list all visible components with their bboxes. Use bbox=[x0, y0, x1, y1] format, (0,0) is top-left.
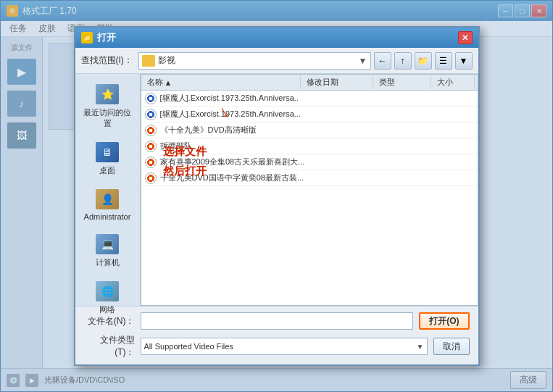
dialog-title-text: 打开 bbox=[97, 31, 458, 44]
filetype-value: All Supported Video Files bbox=[144, 342, 417, 351]
filetype-arrow-icon: ▼ bbox=[417, 343, 424, 351]
file-type-icon bbox=[144, 140, 157, 153]
list-item[interactable]: [驱魔人].Exorcist.1973.25th.Anniversa... bbox=[141, 107, 478, 122]
nav-computer-label: 计算机 bbox=[96, 257, 120, 268]
filetype-label: 文件类型(T)： bbox=[84, 334, 135, 359]
col-name-header[interactable]: 名称 ▲ bbox=[141, 75, 301, 89]
filename-input[interactable] bbox=[141, 312, 414, 330]
file-type-icon bbox=[144, 156, 157, 169]
folder-icon bbox=[142, 55, 155, 67]
app-window: ⚙ 格式工厂 1.70 ─ □ ✕ 任务 皮肤 语言 帮助 源文件 ▶ ♪ 🖼 bbox=[0, 0, 553, 392]
nav-recent-label: 最近访问的位置 bbox=[81, 107, 134, 129]
nav-back-button[interactable]: ← bbox=[374, 52, 391, 70]
list-item[interactable]: 家有喜事2009全集08古天乐最新喜剧大... bbox=[141, 154, 478, 170]
file-type-icon bbox=[144, 172, 157, 185]
dropdown-arrow-icon: ▼ bbox=[359, 56, 367, 66]
network-icon: 🌐 bbox=[93, 280, 122, 303]
filetype-row: 文件类型(T)： All Supported Video Files ▼ 取消 bbox=[84, 334, 470, 359]
col-type-header[interactable]: 类型 bbox=[373, 75, 431, 89]
open-file-dialog: 📁 打开 ✕ 查找范围(I)： 影视 ▼ ← ↑ 📁 ☰ ▼ bbox=[74, 26, 480, 366]
cancel-button[interactable]: 取消 bbox=[433, 338, 470, 355]
file-name: [驱魔人].Exorcist.1973.25th.Anniversa.. bbox=[160, 93, 312, 104]
desktop-icon: 🖥 bbox=[93, 141, 122, 164]
nav-up-button[interactable]: ↑ bbox=[394, 52, 412, 70]
nav-panel: ⭐ 最近访问的位置 🖥 桌面 bbox=[75, 74, 141, 306]
nav-view-button[interactable]: ☰ bbox=[435, 52, 452, 70]
nav-recent[interactable]: ⭐ 最近访问的位置 bbox=[78, 80, 137, 132]
col-size-header[interactable]: 大小 bbox=[431, 75, 475, 89]
nav-user-label: Administrator bbox=[84, 212, 131, 221]
file-list-area: 名称 ▲ 修改日期 类型 大小 bbox=[141, 74, 478, 306]
computer-icon: 💻 bbox=[93, 233, 122, 256]
recent-icon: ⭐ bbox=[93, 83, 122, 106]
col-date-header[interactable]: 修改日期 bbox=[301, 75, 373, 89]
file-name: [驱魔人].Exorcist.1973.25th.Anniversa... bbox=[160, 109, 312, 120]
nav-network[interactable]: 🌐 网络 bbox=[78, 277, 137, 318]
dialog-body: ⭐ 最近访问的位置 🖥 桌面 bbox=[75, 74, 478, 306]
location-label: 查找范围(I)： bbox=[81, 54, 133, 67]
file-name: 拆弹部队 bbox=[160, 141, 312, 151]
user-icon: 👤 bbox=[93, 188, 122, 211]
file-name: 《十全九美》DVD高清晰版 bbox=[160, 125, 312, 135]
nav-desktop-label: 桌面 bbox=[99, 165, 115, 176]
location-name: 影视 bbox=[158, 54, 356, 67]
file-type-icon bbox=[144, 124, 157, 137]
dialog-toolbar: 查找范围(I)： 影视 ▼ ← ↑ 📁 ☰ ▼ bbox=[75, 48, 478, 74]
file-type-icon bbox=[144, 92, 157, 105]
dialog-title-bar: 📁 打开 ✕ bbox=[75, 28, 478, 48]
filename-row: 文件名(N)： 打开(O) bbox=[84, 312, 470, 330]
list-item[interactable]: 拆弹部队 bbox=[141, 138, 478, 154]
list-item[interactable]: [驱魔人].Exorcist.1973.25th.Anniversa.. bbox=[141, 91, 478, 107]
dialog-title-icon: 📁 bbox=[81, 32, 93, 43]
file-name: 十全九美DVD国语中字黄奕08最新古装... bbox=[160, 172, 312, 183]
nav-view2-button[interactable]: ▼ bbox=[455, 52, 473, 70]
nav-user[interactable]: 👤 Administrator bbox=[78, 185, 137, 224]
list-item[interactable]: 《十全九美》DVD高清晰版 bbox=[141, 122, 478, 138]
filename-label: 文件名(N)： bbox=[84, 315, 135, 328]
file-list-header: 名称 ▲ 修改日期 类型 大小 bbox=[141, 75, 478, 91]
nav-computer[interactable]: 💻 计算机 bbox=[78, 230, 137, 271]
file-name: 家有喜事2009全集08古天乐最新喜剧大... bbox=[160, 157, 312, 167]
file-list: [驱魔人].Exorcist.1973.25th.Anniversa.. [驱魔… bbox=[141, 91, 478, 306]
nav-desktop[interactable]: 🖥 桌面 bbox=[78, 138, 137, 179]
filetype-dropdown[interactable]: All Supported Video Files ▼ bbox=[141, 338, 428, 355]
location-dropdown[interactable]: 影视 ▼ bbox=[138, 52, 371, 70]
open-button[interactable]: 打开(O) bbox=[419, 312, 469, 330]
dialog-close-button[interactable]: ✕ bbox=[458, 31, 473, 44]
dialog-backdrop: 📁 打开 ✕ 查找范围(I)： 影视 ▼ ← ↑ 📁 ☰ ▼ bbox=[1, 1, 552, 391]
list-item[interactable]: 十全九美DVD国语中字黄奕08最新古装... bbox=[141, 170, 478, 186]
file-type-icon bbox=[144, 108, 157, 121]
nav-new-folder-button[interactable]: 📁 bbox=[415, 52, 432, 70]
nav-network-label: 网络 bbox=[99, 304, 115, 315]
